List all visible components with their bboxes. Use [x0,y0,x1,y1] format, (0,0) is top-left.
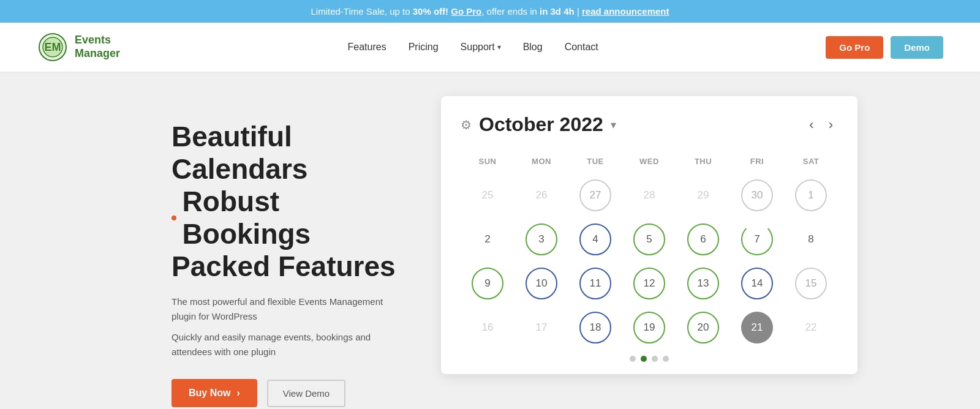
table-row: 6 [676,219,730,260]
header: EM Events Manager Features Pricing Suppo… [0,23,980,72]
calendar-day[interactable]: 2 [472,223,503,255]
table-row: 19 [622,307,676,348]
banner-announcement-link[interactable]: read announcement [582,6,669,17]
table-row: 18 [568,307,622,348]
calendar-day[interactable]: 22 [795,312,827,343]
calendar-day[interactable]: 20 [687,312,719,343]
carousel-dot[interactable] [630,356,636,362]
calendar-prev-button[interactable]: ‹ [804,114,818,135]
table-row: 27 [568,174,622,216]
calendar-day[interactable]: 30 [741,179,773,211]
carousel-dot[interactable] [641,356,647,362]
nav-features[interactable]: Features [348,42,386,53]
table-row: 1 [784,174,838,216]
table-row: 15 [784,263,838,304]
carousel-dot[interactable] [663,356,669,362]
logo-icon: EM [37,31,69,63]
banner-gopro-link[interactable]: Go Pro [451,6,481,17]
calendar-day[interactable]: 17 [526,312,557,343]
main-nav: Features Pricing Support ▾ Blog Contact [348,42,598,53]
top-banner: Limited-Time Sale, up to 30% off! Go Pro… [0,0,980,23]
table-row: 20 [676,307,730,348]
calendar-day[interactable]: 28 [633,179,665,211]
calendar-day[interactable]: 5 [633,223,665,255]
gopro-button[interactable]: Go Pro [826,36,883,59]
hero-buttons: Buy Now › View Demo [172,379,404,407]
calendar-day[interactable]: 8 [795,223,827,255]
table-row: 2 [461,219,514,260]
demo-button[interactable]: Demo [891,36,943,59]
carousel-dots [461,348,838,364]
table-row: 22 [784,307,838,348]
calendar-day[interactable]: 3 [526,223,557,255]
table-row: 29 [676,174,730,216]
table-row: 3 [514,219,568,260]
nav-support[interactable]: Support ▾ [461,42,501,53]
calendar-day[interactable]: 29 [687,179,719,211]
table-row: 12 [622,263,676,304]
table-row: 13 [676,263,730,304]
weekday-sun: SUN [461,153,514,170]
nav-blog[interactable]: Blog [523,42,543,53]
table-row: 26 [514,174,568,216]
table-row: 10 [514,263,568,304]
calendar-month-title: October 2022 [479,113,603,136]
calendar-day[interactable]: 4 [579,223,611,255]
table-row: 25 [461,174,514,216]
table-row: 21 [730,307,784,348]
hero-panel: Beautiful Calendars Robust Bookings Pack… [172,96,404,407]
calendar-days: 2526272829301234567891011121314151617181… [461,174,838,348]
weekday-tue: TUE [568,153,622,170]
calendar-dropdown-icon[interactable]: ▾ [611,118,616,132]
calendar-day[interactable]: 6 [687,223,719,255]
calendar-panel: ⚙ October 2022 ▾ ‹ › SUN MON TUE WED THU… [441,96,858,374]
calendar-day[interactable]: 18 [579,312,611,343]
support-chevron-icon: ▾ [497,43,501,51]
calendar-day[interactable]: 27 [579,179,611,211]
calendar-day[interactable]: 19 [633,312,665,343]
calendar-title-area: ⚙ October 2022 ▾ [461,113,616,136]
table-row: 17 [514,307,568,348]
table-row: 30 [730,174,784,216]
filter-icon[interactable]: ⚙ [461,118,472,132]
weekday-thu: THU [676,153,730,170]
calendar-day[interactable]: 26 [526,179,557,211]
hero-title: Beautiful Calendars Robust Bookings Pack… [172,121,404,282]
calendar-day[interactable]: 11 [579,268,611,299]
table-row: 14 [730,263,784,304]
nav-pricing[interactable]: Pricing [409,42,439,53]
calendar-grid: SUN MON TUE WED THU FRI SAT 252627282930… [461,153,838,348]
weekday-fri: FRI [730,153,784,170]
nav-contact[interactable]: Contact [565,42,598,53]
view-demo-button[interactable]: View Demo [267,380,345,407]
hero-desc1: The most powerful and flexible Events Ma… [172,295,404,324]
calendar-day[interactable]: 14 [741,268,773,299]
table-row: 11 [568,263,622,304]
table-row: 16 [461,307,514,348]
main-content: Beautiful Calendars Robust Bookings Pack… [0,72,980,409]
calendar-day[interactable]: 9 [472,268,503,299]
calendar-day[interactable]: 13 [687,268,719,299]
banner-text: Limited-Time Sale, up to 30% off! Go Pro… [311,6,669,17]
calendar-weekdays: SUN MON TUE WED THU FRI SAT [461,153,838,170]
carousel-dot[interactable] [652,356,658,362]
table-row: 28 [622,174,676,216]
calendar-nav: ‹ › [804,114,838,135]
buy-now-button[interactable]: Buy Now › [172,379,257,407]
calendar-day[interactable]: 25 [472,179,503,211]
calendar-day[interactable]: 7 [741,223,773,255]
calendar-day[interactable]: 15 [795,268,827,299]
calendar-day[interactable]: 12 [633,268,665,299]
calendar-next-button[interactable]: › [824,114,838,135]
calendar-day[interactable]: 16 [472,312,503,343]
hero-desc2: Quickly and easily manage events, bookin… [172,330,404,359]
calendar-day[interactable]: 10 [526,268,557,299]
calendar-day[interactable]: 1 [795,179,827,211]
table-row: 4 [568,219,622,260]
logo-area: EM Events Manager [37,31,120,63]
banner-discount: 30% off! [413,6,448,17]
calendar-header: ⚙ October 2022 ▾ ‹ › [461,113,838,136]
calendar-day[interactable]: 21 [741,312,773,343]
accent-dot [172,216,176,220]
weekday-sat: SAT [784,153,838,170]
